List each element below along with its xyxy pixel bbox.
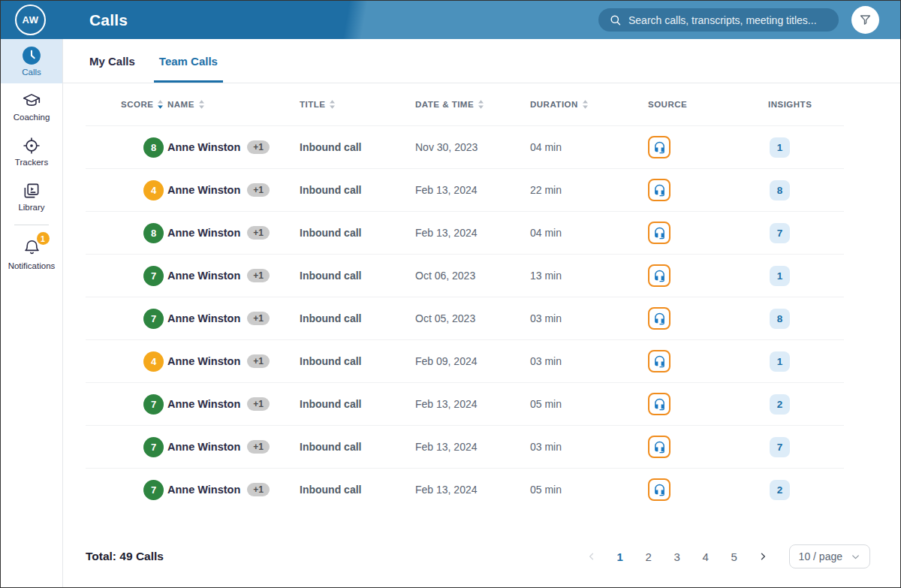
headset-icon [653, 270, 666, 282]
caller-name: Anne Winston [167, 141, 240, 153]
search-placeholder: Search calls, transcripts, meeting title… [628, 14, 817, 26]
column-label: INSIGHTS [768, 100, 812, 109]
page-button-3[interactable]: 3 [666, 545, 689, 568]
sidebar-item-label: Library [18, 203, 44, 212]
headset-icon [653, 398, 666, 411]
participants-chip: +1 [247, 440, 270, 454]
call-duration: 04 min [530, 141, 562, 153]
call-duration: 04 min [530, 227, 562, 239]
table-row[interactable]: 8 Anne Winston +1 Inbound call Nov 30, 2… [86, 125, 844, 168]
column-label: NAME [167, 100, 194, 109]
source-badge [648, 436, 670, 458]
column-header-title[interactable]: TITLE [300, 99, 415, 110]
insights-badge[interactable]: 7 [770, 437, 790, 457]
table-row[interactable]: 7 Anne Winston +1 Inbound call Oct 05, 2… [86, 297, 844, 339]
insights-badge[interactable]: 8 [770, 309, 790, 329]
call-date: Oct 06, 2023 [415, 270, 475, 282]
page-button-5[interactable]: 5 [723, 545, 746, 568]
notification-badge: 1 [37, 232, 50, 245]
headset-icon [653, 355, 666, 368]
column-header-duration[interactable]: DURATION [530, 99, 648, 110]
sidebar-item-notifications[interactable]: 1 Notifications [1, 231, 62, 276]
headset-icon [653, 441, 666, 454]
caller-name: Anne Winston [167, 184, 240, 196]
call-title: Inbound call [300, 398, 361, 410]
sidebar-item-label: Calls [22, 68, 41, 77]
column-label: DATE & TIME [415, 100, 474, 109]
column-label: SOURCE [648, 100, 687, 109]
score-badge: 7 [143, 437, 164, 457]
sidebar-item-trackers[interactable]: Trackers [1, 128, 62, 173]
call-date: Feb 13, 2024 [415, 227, 478, 239]
insights-badge[interactable]: 2 [770, 394, 790, 415]
participants-chip: +1 [247, 140, 270, 154]
filter-button[interactable] [851, 6, 879, 34]
insights-badge[interactable]: 1 [770, 137, 790, 158]
call-title: Inbound call [300, 270, 361, 282]
table-row[interactable]: 7 Anne Winston +1 Inbound call Feb 13, 2… [86, 468, 844, 511]
chevron-down-icon [851, 552, 860, 562]
call-title: Inbound call [300, 441, 361, 453]
source-badge [648, 222, 670, 244]
table-row[interactable]: 8 Anne Winston +1 Inbound call Feb 13, 2… [86, 211, 844, 254]
score-badge: 4 [143, 180, 164, 201]
call-date: Feb 13, 2024 [415, 398, 478, 410]
caller-name: Anne Winston [167, 312, 240, 324]
sidebar-item-coaching[interactable]: Coaching [1, 83, 62, 128]
headset-icon [653, 312, 666, 325]
insights-badge[interactable]: 8 [770, 180, 790, 201]
sidebar-divider [14, 225, 49, 225]
score-badge: 7 [143, 394, 164, 415]
caller-name: Anne Winston [167, 398, 240, 410]
tab-my-calls[interactable]: My Calls [89, 39, 135, 83]
call-date: Feb 09, 2024 [415, 355, 478, 367]
main-content: My Calls Team Calls SCORENAMETITLEDATE &… [63, 39, 900, 587]
source-badge [648, 350, 670, 372]
sidebar-item-label: Trackers [15, 158, 48, 167]
avatar[interactable]: AW [15, 5, 46, 35]
insights-badge[interactable]: 1 [770, 351, 790, 372]
participants-chip: +1 [247, 226, 270, 240]
source-badge [648, 478, 670, 501]
previous-page-button[interactable] [580, 545, 603, 568]
column-header-datetime[interactable]: DATE & TIME [415, 99, 530, 110]
page-button-4[interactable]: 4 [695, 545, 717, 568]
insights-badge[interactable]: 7 [770, 223, 790, 243]
column-header-name[interactable]: NAME [167, 99, 300, 110]
page-button-1[interactable]: 1 [609, 545, 631, 568]
column-label: DURATION [530, 100, 578, 109]
source-badge [648, 179, 670, 201]
call-date: Nov 30, 2023 [415, 141, 478, 153]
search-input[interactable]: Search calls, transcripts, meeting title… [598, 8, 839, 32]
call-duration: 13 min [530, 270, 562, 282]
call-title: Inbound call [300, 355, 361, 367]
score-badge: 4 [143, 351, 164, 372]
page-button-2[interactable]: 2 [637, 545, 660, 568]
tab-team-calls[interactable]: Team Calls [159, 39, 218, 83]
source-badge [648, 393, 670, 415]
table-row[interactable]: 4 Anne Winston +1 Inbound call Feb 09, 2… [86, 339, 844, 382]
sidebar-item-calls[interactable]: Calls [1, 39, 62, 83]
column-header-score[interactable]: SCORE [86, 99, 167, 110]
column-label: TITLE [300, 100, 325, 109]
table-row[interactable]: 7 Anne Winston +1 Inbound call Feb 13, 2… [86, 382, 844, 425]
call-date: Feb 13, 2024 [415, 184, 478, 196]
sidebar-item-library[interactable]: Library [1, 173, 62, 219]
table-row[interactable]: 4 Anne Winston +1 Inbound call Feb 13, 2… [86, 168, 844, 211]
table-row[interactable]: 7 Anne Winston +1 Inbound call Feb 13, 2… [86, 425, 844, 468]
column-label: SCORE [121, 100, 153, 109]
next-page-button[interactable] [752, 545, 774, 568]
sort-icon [157, 99, 164, 110]
insights-badge[interactable]: 1 [770, 266, 790, 286]
page-size-select[interactable]: 10 / page [789, 544, 870, 568]
source-badge [648, 136, 670, 158]
insights-badge[interactable]: 2 [770, 480, 790, 500]
caller-name: Anne Winston [167, 355, 240, 367]
table-row[interactable]: 7 Anne Winston +1 Inbound call Oct 06, 2… [86, 254, 844, 297]
call-duration: 05 min [530, 398, 562, 410]
caller-name: Anne Winston [167, 484, 240, 496]
call-title: Inbound call [300, 141, 361, 153]
sort-icon [198, 99, 205, 110]
table-body: 8 Anne Winston +1 Inbound call Nov 30, 2… [86, 125, 844, 511]
calls-table: SCORENAMETITLEDATE & TIMEDURATIONSOURCEI… [86, 83, 844, 511]
